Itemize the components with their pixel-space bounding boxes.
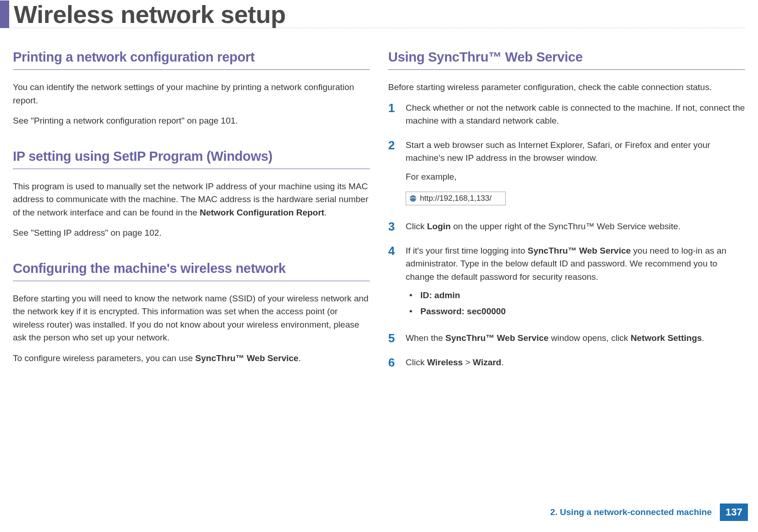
text-span: Click <box>406 221 427 231</box>
step-number: 6 <box>388 356 406 369</box>
body-text: To configure wireless parameters, you ca… <box>13 352 370 365</box>
step-item-5: 5 When the SyncThru™ Web Service window … <box>388 332 745 345</box>
step-body: Check whether or not the network cable i… <box>406 102 745 128</box>
text-span: > <box>463 357 473 367</box>
body-text: You can identify the network settings of… <box>13 81 370 107</box>
step-list: 1 Check whether or not the network cable… <box>388 102 745 369</box>
text-span: . <box>501 357 503 367</box>
step-number: 1 <box>388 102 406 115</box>
section-heading-setip: IP setting using SetIP Program (Windows) <box>13 145 370 169</box>
content-columns: Printing a network configuration report … <box>0 28 758 380</box>
page-title: Wireless network setup <box>9 0 286 28</box>
step-body: Click Login on the upper right of the Sy… <box>406 220 745 233</box>
step-text: Start a web browser such as Internet Exp… <box>406 139 745 165</box>
text-span: . <box>299 353 301 363</box>
right-column: Using SyncThru™ Web Service Before start… <box>388 46 745 380</box>
bold-text: Network Configuration Report <box>200 208 324 217</box>
step-item-3: 3 Click Login on the upper right of the … <box>388 220 745 233</box>
body-text: This program is used to manually set the… <box>13 180 370 220</box>
body-text-crossref: See "Setting IP address" on page 102. <box>13 226 370 240</box>
step-body: Start a web browser such as Internet Exp… <box>406 139 745 209</box>
text-span: . <box>702 333 704 343</box>
title-bar: Wireless network setup <box>0 0 745 28</box>
text-span: If it's your first time logging into <box>406 246 528 255</box>
step-body: If it's your first time logging into Syn… <box>406 244 745 321</box>
example-label: For example, <box>406 170 745 184</box>
section-heading-configure-wireless: Configuring the machine's wireless netwo… <box>13 257 370 281</box>
bold-text: Network Settings <box>631 333 702 343</box>
text-span: . <box>324 208 327 217</box>
url-text: http://192,168,1,133/ <box>420 192 492 204</box>
footer-chapter-text: 2. Using a network-connected machine <box>550 507 720 517</box>
page-footer: 2. Using a network-connected machine 137 <box>550 504 748 521</box>
bold-text: Login <box>427 221 451 231</box>
step-item-4: 4 If it's your first time logging into S… <box>388 244 745 321</box>
step-text: If it's your first time logging into Syn… <box>406 244 745 284</box>
bullet-label: ID: admin <box>420 289 460 302</box>
url-bar-example: http://192,168,1,133/ <box>406 192 506 205</box>
step-item-2: 2 Start a web browser such as Internet E… <box>388 139 745 209</box>
step-number: 3 <box>388 220 406 233</box>
body-text: Before starting you will need to know th… <box>13 292 370 345</box>
step-body: When the SyncThru™ Web Service window op… <box>406 332 745 345</box>
text-span: Click <box>406 357 427 367</box>
bold-text: SyncThru™ Web Service <box>528 246 631 255</box>
step-item-6: 6 Click Wireless > Wizard. <box>388 356 745 369</box>
bullet-item: •ID: admin <box>409 289 745 302</box>
bold-text: Wireless <box>427 357 463 367</box>
section-heading-syncthru: Using SyncThru™ Web Service <box>388 46 745 70</box>
bold-text: SyncThru™ Web Service <box>195 353 299 363</box>
step-number: 4 <box>388 244 406 258</box>
body-text: Before starting wireless parameter confi… <box>388 81 745 94</box>
ie-icon <box>409 194 417 203</box>
section-heading-print-report: Printing a network configuration report <box>13 46 370 70</box>
text-span: When the <box>406 333 446 343</box>
step-number: 5 <box>388 332 406 345</box>
step-body: Click Wireless > Wizard. <box>406 356 745 369</box>
text-span: To configure wireless parameters, you ca… <box>13 353 195 363</box>
bullet-item: •Password: sec00000 <box>409 305 745 318</box>
bullet-label: Password: sec00000 <box>420 305 506 318</box>
sub-bullet-list: •ID: admin •Password: sec00000 <box>409 289 745 318</box>
body-text-crossref: See "Printing a network configuration re… <box>13 114 370 128</box>
left-column: Printing a network configuration report … <box>13 46 370 380</box>
page-number: 137 <box>720 504 748 521</box>
bold-text: SyncThru™ Web Service <box>446 333 549 343</box>
step-number: 2 <box>388 139 406 152</box>
step-text: Check whether or not the network cable i… <box>406 103 745 126</box>
text-span: window opens, click <box>549 333 630 343</box>
bold-text: Wizard <box>473 357 501 367</box>
step-item-1: 1 Check whether or not the network cable… <box>388 102 745 128</box>
text-span: on the upper right of the SyncThru™ Web … <box>451 221 680 231</box>
title-accent <box>0 0 9 28</box>
bullet-dot: • <box>409 289 420 302</box>
page-header: Wireless network setup <box>0 0 758 28</box>
bullet-dot: • <box>409 305 420 318</box>
